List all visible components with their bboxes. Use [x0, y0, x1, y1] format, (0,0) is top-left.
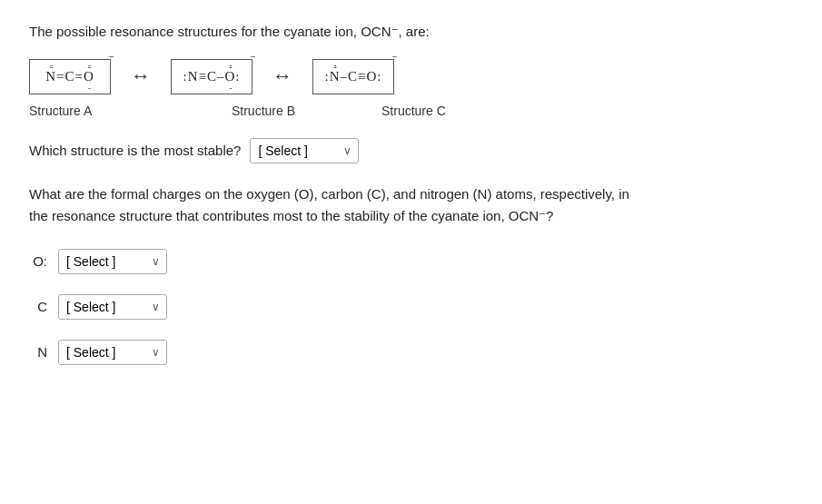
structure-a-charge: ⁻ [108, 51, 114, 67]
select-O[interactable]: [ Select ] -1 0 +1 -2 +2 [58, 249, 167, 274]
structure-b-box: :N≡C– O ·· ·· : ⁻ [171, 59, 253, 94]
structure-c-box: : N ·· –C≡O: ⁻ [312, 59, 394, 94]
select-N[interactable]: [ Select ] -1 0 +1 -2 +2 [58, 340, 167, 365]
structure-c-charge: ⁻ [391, 51, 398, 67]
select-wrapper-O[interactable]: [ Select ] -1 0 +1 -2 +2 [58, 249, 167, 274]
question2-text1: What are the formal charges on the oxyge… [29, 186, 629, 202]
atom-label-C: C [29, 299, 47, 314]
arrow-1: ↔ [131, 64, 151, 88]
labels-row: Structure A Structure B Structure C [29, 104, 793, 118]
structure-b-charge: ⁻ [250, 51, 256, 67]
structures-row: N ·· =C= O ·· ·· ⁻ ↔ :N≡C– O ·· ·· : ⁻ ↔… [29, 59, 793, 94]
charge-row-N: N [ Select ] -1 0 +1 -2 +2 [29, 340, 793, 365]
question2-paragraph: What are the formal charges on the oxyge… [29, 183, 793, 227]
formal-charges-section: O: [ Select ] -1 0 +1 -2 +2 C [ Select ]… [29, 249, 793, 365]
label-structure-b: Structure B [209, 104, 318, 118]
select-wrapper-C[interactable]: [ Select ] -1 0 +1 -2 +2 [58, 294, 167, 320]
charge-row-C: C [ Select ] -1 0 +1 -2 +2 [29, 294, 793, 320]
structure-b-formula: :N≡C– O ·· ·· : [183, 67, 241, 86]
question2-text2: the resonance structure that contributes… [29, 208, 553, 223]
structure-a-box: N ·· =C= O ·· ·· ⁻ [29, 59, 111, 94]
select-wrapper-N[interactable]: [ Select ] -1 0 +1 -2 +2 [58, 340, 167, 365]
label-structure-c: Structure C [381, 104, 490, 118]
intro-text: The possible resonance structures for th… [29, 22, 793, 43]
select-C[interactable]: [ Select ] -1 0 +1 -2 +2 [58, 294, 167, 320]
structure-a-formula: N ·· =C= O ·· ·· [45, 67, 94, 86]
arrow-2: ↔ [272, 64, 292, 88]
question1-row: Which structure is the most stable? [ Se… [29, 138, 793, 163]
label-structure-a: Structure A [29, 104, 138, 118]
structure-c-formula: : N ·· –C≡O: [325, 67, 382, 86]
charge-row-O: O: [ Select ] -1 0 +1 -2 +2 [29, 249, 793, 274]
question1-select-wrapper[interactable]: [ Select ] Structure A Structure B Struc… [250, 138, 359, 163]
atom-label-N: N [29, 344, 47, 360]
atom-label-O: O: [29, 253, 47, 269]
question1-text: Which structure is the most stable? [29, 143, 241, 158]
question1-select[interactable]: [ Select ] Structure A Structure B Struc… [250, 138, 359, 163]
